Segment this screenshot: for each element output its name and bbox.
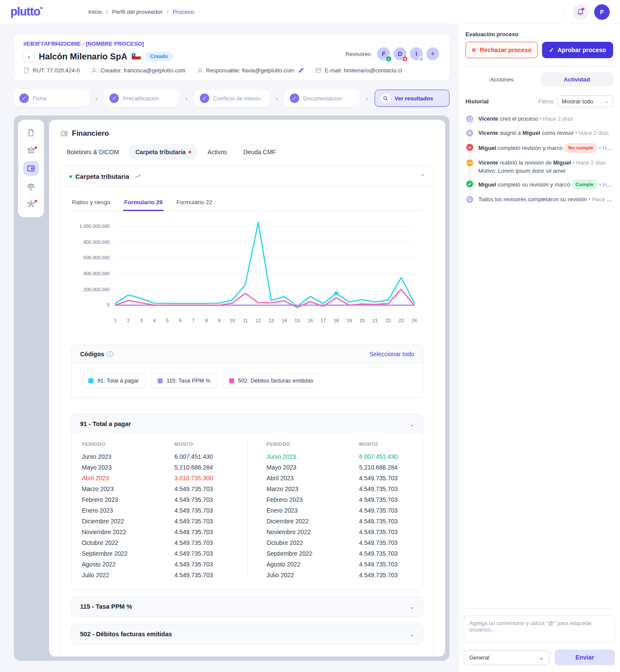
chevron-right-icon: › xyxy=(179,95,194,102)
rail-network-icon[interactable] xyxy=(23,197,39,212)
notification-dot xyxy=(582,8,584,10)
tab-carpeta-tributaria[interactable]: Carpeta tributaria xyxy=(129,144,198,160)
svg-text:10: 10 xyxy=(229,318,235,323)
amount-cell: 4.549.735.703 xyxy=(174,496,234,503)
history-motivo: Motivo: Lorem ipsum dolor sit amet xyxy=(478,168,613,174)
check-icon: ✓ xyxy=(109,93,119,103)
svg-text:15: 15 xyxy=(294,318,300,323)
chile-flag-icon: ★ xyxy=(132,53,141,59)
period-cell: Enero 2023 xyxy=(82,507,174,514)
reviewer-avatar-f[interactable]: F✓ xyxy=(377,47,390,60)
subtab-formulario-22[interactable]: Formulario 22 xyxy=(176,196,213,211)
code-chip[interactable]: 115: Tasa PPM % xyxy=(151,373,217,388)
svg-text:6: 6 xyxy=(179,318,182,323)
comment-area: General⌄ Enviar xyxy=(464,609,615,665)
svg-text:22: 22 xyxy=(386,318,391,323)
subtab-formulario-29[interactable]: Formulario 29 xyxy=(123,196,163,211)
reject-process-button[interactable]: ✕Rechazar proceso xyxy=(465,42,538,58)
code-chip[interactable]: 91: Total a pagar xyxy=(82,373,146,388)
amount-cell: 4.549.735.703 xyxy=(174,529,234,535)
rail-bank-icon[interactable] xyxy=(23,143,39,158)
timestamp: • Hace 2 días xyxy=(538,115,573,122)
comment-channel-select[interactable]: General⌄ xyxy=(464,650,549,665)
breadcrumb-inicio[interactable]: Inicio xyxy=(88,9,102,15)
rail-ficha-icon[interactable] xyxy=(23,125,39,140)
rail-legal-icon[interactable] xyxy=(23,179,39,194)
unread-dot xyxy=(189,151,191,153)
codes-box: Códigos i Seleccionar todo 91: Total a p… xyxy=(71,345,423,398)
tab-deuda-cmf[interactable]: Deuda CMF xyxy=(237,144,282,160)
chevron-down-icon: ⌄ xyxy=(604,99,608,104)
wallet-icon xyxy=(60,130,68,137)
breadcrumb-separator: / xyxy=(167,9,168,15)
amount-cell: 4.549.735.703 xyxy=(174,485,234,492)
svg-text:800.000.000: 800.000.000 xyxy=(84,240,110,245)
step-ver-resultados[interactable]: Ver resultados xyxy=(375,90,450,107)
step-conflicto[interactable]: ✓Conflicto de interés xyxy=(194,90,270,107)
accordion-502-header[interactable]: 502 - Débitos facturas emitidas ⌄ xyxy=(71,624,423,644)
collapse-chevron-icon[interactable]: ⌃ xyxy=(420,173,425,180)
tab-acciones[interactable]: Acciones xyxy=(465,72,538,87)
tab-activos[interactable]: Activos xyxy=(201,144,233,160)
rail-financiero-icon[interactable] xyxy=(23,161,39,176)
select-all-link[interactable]: Seleccionar todo xyxy=(369,351,414,358)
form29-chart: 0200.000.000400.000.000600.000.000800.00… xyxy=(71,217,423,332)
breadcrumb-proceso[interactable]: Proceso xyxy=(173,9,194,15)
history-filter-select[interactable]: Mostrar todo⌄ xyxy=(557,95,613,108)
tab-boletines-dicom[interactable]: Boletines & DICOM xyxy=(60,144,125,160)
user-avatar[interactable]: F xyxy=(594,4,610,20)
amount-cell: 4.549.735.703 xyxy=(359,529,412,535)
tab-actividad[interactable]: Actividad xyxy=(541,72,614,87)
accordion-91: 91 - Total a pagar ⌄ PERIODOMONTOJunio 2… xyxy=(71,414,423,589)
svg-text:13: 13 xyxy=(269,318,274,323)
approve-process-button[interactable]: ✓Aprobar proceso xyxy=(542,42,614,58)
reviewers-label: Revisores: xyxy=(346,51,372,57)
accordion-502: 502 - Débitos facturas emitidas ⌄ xyxy=(71,624,423,644)
history-item: ✓Miguel completó su revisión y marcó Cum… xyxy=(465,180,613,190)
reviewer-avatar-i[interactable]: I◷ xyxy=(410,47,423,60)
legend-swatch xyxy=(158,378,163,383)
info-icon: i xyxy=(107,351,113,357)
panel-title: Carpeta tributaria xyxy=(75,173,129,180)
chevron-right-icon: › xyxy=(269,95,284,102)
history-text: Vicente asignó a Miguel como revisor • H… xyxy=(478,129,613,137)
notifications-button[interactable] xyxy=(573,4,588,20)
step-documentacion[interactable]: ✓Documentación xyxy=(284,90,360,107)
history-text: Vicente creó el proceso • Hace 2 días xyxy=(478,115,613,123)
history-text: Todos los revisores completaron su revis… xyxy=(478,195,613,203)
send-comment-button[interactable]: Enviar xyxy=(555,650,615,665)
step-ficha[interactable]: ✓Ficha xyxy=(14,90,89,107)
period-cell: Mayo 2023 xyxy=(82,464,174,471)
period-cell: Abril 2023 xyxy=(82,475,174,482)
chevron-down-icon: ⌄ xyxy=(409,631,414,638)
svg-text:11: 11 xyxy=(243,318,248,323)
plutto-logo[interactable]: plutto• xyxy=(10,5,40,19)
amount-cell: 4.549.735.703 xyxy=(359,561,412,568)
add-reviewer-button[interactable]: + xyxy=(426,47,439,60)
svg-text:3: 3 xyxy=(140,318,143,323)
history-timeline: Vicente creó el proceso • Hace 2 díasVic… xyxy=(465,115,613,209)
step-precalificacion[interactable]: ✓Precalificación xyxy=(104,90,179,107)
divider xyxy=(564,6,564,18)
svg-text:7: 7 xyxy=(192,318,195,323)
x-icon: ✕ xyxy=(471,47,477,53)
reviewer-avatar-d[interactable]: D✕ xyxy=(394,47,406,60)
breadcrumb-perfil[interactable]: Perfil del proveedor xyxy=(112,9,162,15)
search-icon xyxy=(381,93,391,103)
legend-swatch xyxy=(88,378,93,383)
edit-responsible-icon[interactable] xyxy=(298,68,304,74)
amount-cell: 6.007.451.430 xyxy=(174,453,234,460)
amount-cell: 4.549.735.703 xyxy=(174,572,234,579)
code-chip[interactable]: 502: Débitos facturas emitidas xyxy=(223,373,320,388)
subtab-ratios-y-riesgo[interactable]: Ratios y riesgo xyxy=(71,196,111,211)
back-button[interactable]: ‹ xyxy=(23,51,34,62)
accordion-91-header[interactable]: 91 - Total a pagar ⌄ xyxy=(71,414,423,434)
rut-field: RUT: 77.020.424-0 xyxy=(23,67,80,74)
period-cell: Abril 2023 xyxy=(267,475,359,482)
filters-label: Filtros xyxy=(538,98,553,105)
svg-text:9: 9 xyxy=(218,318,220,323)
history-title: Historial xyxy=(465,98,489,105)
comment-input[interactable] xyxy=(464,615,615,643)
period-cell: Noviembre 2022 xyxy=(82,529,174,535)
accordion-115-header[interactable]: 115 - Tasa PPM % ⌄ xyxy=(71,597,423,616)
